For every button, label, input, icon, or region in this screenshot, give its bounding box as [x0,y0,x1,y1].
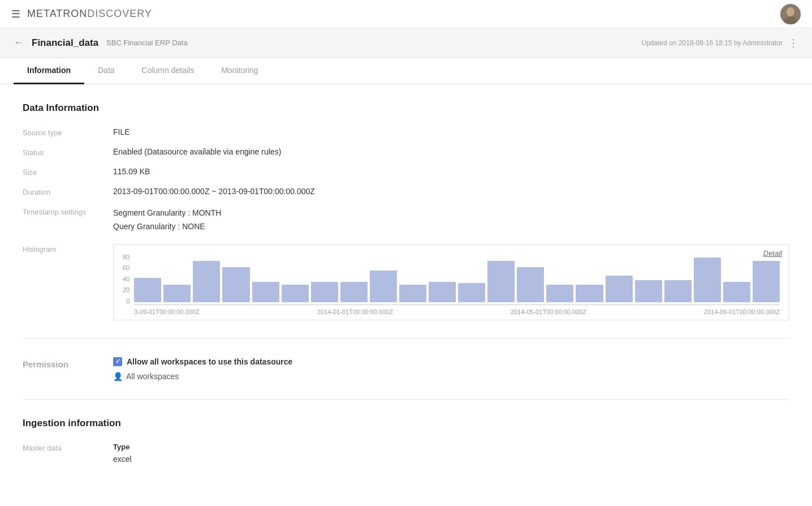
size-value: 115.09 KB [113,167,789,177]
chart-inner: 80 60 40 20 0 3-09-01T00:00:00.000Z 2014… [123,254,780,315]
chart-bar-2 [193,261,220,302]
chart-bar-15 [576,285,603,302]
chart-bar-14 [546,285,573,302]
tab-column-details[interactable]: Column details [128,58,208,84]
updated-text: Updated on 2018-08-16 18:15 by Administr… [642,39,783,47]
tab-bar: Information Data Column details Monitori… [0,58,812,84]
detail-link[interactable]: Detail [763,249,782,258]
duration-value: 2013-09-01T00:00:00.000Z ~ 2013-09-01T00… [113,187,789,196]
chart-bar-21 [753,261,780,302]
chart-bar-10 [429,282,456,302]
checkbox-icon[interactable]: ✓ [113,357,122,366]
master-data-value: Type excel [113,443,789,464]
divider-2 [23,399,789,400]
duration-label: Duration [23,187,113,196]
top-navigation: ☰ METATRONDISCOVERY [0,0,812,28]
chart-bar-17 [635,280,662,302]
x-label-1: 3-09-01T00:00:00.000Z [134,308,200,315]
status-value: Enabled (Datasource available via engine… [113,147,789,157]
chart-bar-13 [517,267,544,302]
user-avatar[interactable] [780,4,801,24]
main-content: Data Information Source type FILE Status… [0,84,812,482]
y-label-20: 20 [123,286,129,293]
segment-granularity: Segment Granularity : MONTH [113,207,789,220]
workspace-label: All workspaces [126,372,179,381]
chart-bar-8 [370,271,397,302]
data-information-section: Data Information Source type FILE Status… [23,102,789,320]
brand-logo: METATRONDISCOVERY [27,8,152,20]
y-axis: 80 60 40 20 0 [123,254,129,305]
permission-checkbox-label: Allow all workspaces to use this datasou… [127,357,292,366]
ingestion-section: Ingestion information Master data Type e… [23,418,789,464]
chart-bar-4 [252,282,279,302]
size-label: Size [23,167,113,177]
hamburger-menu-icon[interactable]: ☰ [11,8,20,20]
tab-information[interactable]: Information [14,58,84,84]
divider-1 [23,338,789,339]
master-data-label: Master data [23,443,113,464]
chart-bar-1 [163,285,191,302]
chart-bar-7 [340,282,368,302]
data-information-title: Data Information [23,102,789,114]
y-label-80: 80 [123,254,129,260]
status-label: Status [23,147,113,157]
x-label-3: 2014-05-01T00:00:00.000Z [511,308,586,315]
chart-bar-16 [606,276,633,302]
chart-bar-6 [311,282,338,302]
histogram-label: Histogram [23,244,113,320]
chart-bar-19 [694,258,721,302]
workspace-icon: 👤 [113,372,123,381]
histogram-chart: Detail 80 60 40 20 0 [113,244,789,320]
master-data-table: Type excel [113,443,789,464]
permission-checkbox-row: ✓ Allow all workspaces to use this datas… [113,357,789,366]
timestamp-label: Timestamp settings [23,207,113,234]
type-header: Type [113,443,132,451]
brand-bold: METATRON [27,8,87,19]
x-axis-labels: 3-09-01T00:00:00.000Z 2014-01-01T00:00:0… [134,308,780,315]
more-options-button[interactable]: ⋮ [788,37,798,49]
query-granularity: Query Granularity : NONE [113,220,789,234]
y-label-40: 40 [123,276,129,282]
source-type-label: Source type [23,127,113,137]
y-label-0: 0 [126,298,129,305]
chart-bar-11 [458,283,485,302]
chart-bar-18 [664,280,692,302]
y-label-60: 60 [123,264,129,271]
subheader: ← Financial_data SBC Financial ERP Data … [0,28,812,58]
histogram-container-wrapper: Detail 80 60 40 20 0 [113,244,789,320]
type-col: Type excel [113,443,132,464]
workspace-row: 👤 All workspaces [113,372,789,381]
chart-bar-20 [723,282,750,302]
page-title: Financial_data [32,37,98,49]
checkmark: ✓ [115,358,120,365]
chart-bar-9 [399,285,426,302]
chart-bars [134,254,780,305]
x-label-4: 2014-09-01T00:00:00.000Z [704,308,780,315]
ingestion-title: Ingestion information [23,418,789,429]
chart-bar-12 [487,261,515,302]
chart-bar-5 [282,285,309,302]
timestamp-value: Segment Granularity : MONTH Query Granul… [113,207,789,234]
ingestion-grid: Master data Type excel [23,443,789,464]
x-label-2: 2014-01-01T00:00:00.000Z [317,308,393,315]
type-value: excel [113,454,132,464]
chart-bar-3 [222,267,249,302]
permission-content: ✓ Allow all workspaces to use this datas… [113,357,789,381]
back-button[interactable]: ← [14,37,24,49]
chart-bar-0 [134,278,161,302]
permission-section: Permission ✓ Allow all workspaces to use… [23,357,789,381]
tab-data[interactable]: Data [84,58,128,84]
source-type-value: FILE [113,127,789,137]
svg-point-1 [787,7,794,16]
info-grid: Source type FILE Status Enabled (Datasou… [23,127,789,320]
avatar-image [780,4,801,24]
page-subtitle: SBC Financial ERP Data [106,38,188,47]
tab-monitoring[interactable]: Monitoring [208,58,271,84]
brand-light: DISCOVERY [87,8,152,19]
permission-section-title: Permission [23,357,113,381]
